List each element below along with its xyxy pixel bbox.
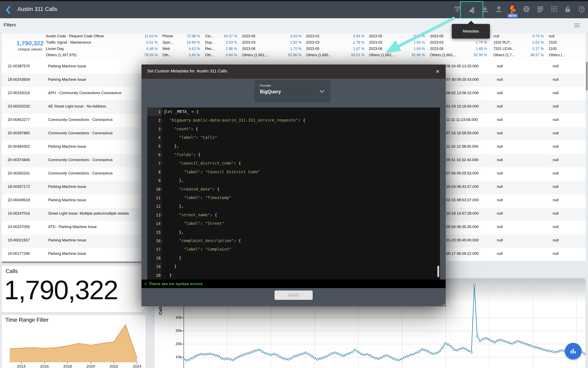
resize-corner-icon[interactable]	[141, 308, 144, 311]
time-range-filter-card[interactable]: Time Range Filter 2014201620182020202220…	[2, 315, 146, 368]
row-timestamp: 07-06 09:25:53.000	[446, 171, 489, 175]
filter-summary-category[interactable]: 2023-03	[306, 40, 319, 45]
filter-summary-category[interactable]: 2023-05	[306, 47, 319, 51]
ai-logo-icon[interactable]: AIBETA	[509, 6, 516, 14]
code-line[interactable]: 8 "label": "Council District Code"	[147, 168, 440, 176]
filter-summary-percent: 1.70 %	[267, 47, 302, 51]
fold-arrow-icon[interactable]: ▾	[161, 185, 163, 193]
fold-arrow-icon[interactable]: ▾	[161, 237, 163, 245]
filter-summary-category[interactable]: Austin Code - Request Code Officer	[46, 34, 104, 38]
filter-summary-category[interactable]: 2023-05	[430, 34, 444, 38]
row-id: 20-00464352	[8, 144, 44, 149]
navbar: Austin 311 Calls AIBETA?	[0, 1, 588, 18]
code-line[interactable]: 16▾ "complaint_description": {	[147, 237, 440, 245]
code-line[interactable]: 9 },	[147, 176, 440, 185]
hamburger-menu-icon[interactable]	[574, 23, 580, 28]
code-line[interactable]: 7▾ "council_district_code": {	[147, 159, 440, 167]
filter-summary-category[interactable]: 2023-03	[369, 40, 382, 45]
code-line[interactable]: 5 },	[147, 142, 440, 150]
filter-summary-category[interactable]: Traffic Signal - Maintenance	[46, 40, 91, 45]
checkmark-icon: ✓	[144, 281, 148, 286]
filter-summary-category[interactable]: 2023-06	[430, 47, 444, 51]
fold-arrow-icon[interactable]: ▾	[161, 150, 163, 159]
time-range-area-chart[interactable]	[2, 323, 146, 364]
code-text: "bigquery-public-data:austin_311.311_ser…	[162, 116, 305, 125]
code-line[interactable]: 14 "label": "Street"	[147, 219, 440, 228]
filter-summary-category[interactable]: 2023-05	[242, 34, 256, 38]
row-id: 20-00462277	[8, 118, 44, 122]
save-button[interactable]: SAVE	[275, 291, 313, 300]
help-icon[interactable]: ?	[578, 6, 585, 14]
code-line[interactable]: 6▾ "fields": {	[147, 150, 440, 159]
code-line[interactable]: 18 }	[147, 254, 440, 262]
row-null-2: null	[553, 171, 585, 175]
code-text: "count": {	[162, 125, 198, 133]
code-line[interactable]: 4 "label": "Calls"	[147, 133, 440, 142]
filter-summary-category[interactable]: 2023-05	[369, 34, 382, 38]
back-button[interactable]	[4, 6, 12, 14]
fold-arrow-icon[interactable]: ▾	[161, 116, 163, 125]
filter-summary-category[interactable]: Others (...	[549, 53, 565, 57]
lock-open-icon[interactable]	[564, 6, 571, 14]
filter-summary-category[interactable]: 2023-06	[369, 47, 382, 51]
row-null-1: null	[497, 91, 537, 95]
ai-logo-icon: AI	[509, 5, 516, 15]
code-line[interactable]: 17 "label": "Complaint"	[147, 245, 440, 254]
fold-arrow-icon[interactable]: ▾	[161, 159, 163, 167]
filter-lines-icon[interactable]	[454, 6, 461, 14]
code-line[interactable]: 3▾ "count": {	[147, 125, 440, 133]
close-icon[interactable]: ×	[433, 67, 442, 76]
filter-summary-percent: 5.51 %	[123, 40, 158, 45]
filter-summary-category[interactable]: 2023-06	[242, 47, 256, 51]
globe-icon[interactable]	[523, 6, 530, 14]
filter-summary-category[interactable]: null	[493, 34, 499, 38]
row-timestamp: 05-04 06:35:26.000	[446, 225, 489, 229]
x-axis-tick-label: 2022	[108, 364, 120, 368]
fold-arrow-icon[interactable]: ▾	[161, 108, 163, 116]
line-number: 13▾	[147, 211, 162, 219]
filter-summary-category[interactable]: 2023-03	[242, 40, 256, 45]
code-text: "label": "Timestamp"	[162, 193, 231, 202]
code-line[interactable]: 1▾let _META_ = {	[147, 108, 440, 116]
filter-summary-category[interactable]: Others (1,397,975)	[46, 53, 76, 57]
grid-dots-icon[interactable]	[551, 6, 558, 14]
filter-summary-category[interactable]: null	[549, 34, 554, 38]
code-text: },	[162, 142, 179, 150]
beta-badge: BETA	[508, 14, 518, 18]
code-line[interactable]: 13▾ "street_name": {	[147, 211, 440, 219]
filter-summary-category[interactable]: Others (1,662,...	[242, 53, 268, 57]
code-line[interactable]: 12 },	[147, 202, 440, 211]
row-null-2: null	[553, 251, 585, 256]
code-line[interactable]: 20 }	[147, 271, 440, 280]
code-line[interactable]: 19 }	[147, 262, 440, 271]
row-id: 20-00374845	[8, 158, 44, 162]
filter-summary-category[interactable]: Loose Dog	[46, 47, 64, 51]
y-axis-tick-label: 20k	[168, 342, 182, 346]
code-text: },	[162, 202, 184, 211]
upload-icon[interactable]	[495, 6, 502, 14]
filter-summary-category[interactable]: Others (1,665...	[306, 53, 331, 57]
filter-summary-percent: 93.01 %	[330, 53, 364, 57]
vertical-scrollbar[interactable]	[586, 62, 588, 90]
filter-summary-category[interactable]: 2023-03	[430, 40, 444, 45]
list-icon[interactable]	[537, 6, 544, 14]
code-line[interactable]: 15 },	[147, 228, 440, 237]
chart-type-fab-button[interactable]	[565, 343, 581, 359]
provider-dropdown[interactable]: Provider BigQuery	[254, 80, 330, 102]
filter-summary-percent: 1.86 %	[203, 47, 237, 51]
row-timestamp: 08-24 05:13:33.000	[446, 64, 489, 68]
filter-summary-category[interactable]: 1520	[549, 40, 557, 45]
row-complaint: APH - Community Connections Coronavirus	[48, 91, 142, 95]
fold-arrow-icon[interactable]: ▾	[161, 211, 163, 219]
code-line[interactable]: 10▾ "created_date": {	[147, 185, 440, 193]
filter-summary-row[interactable]: 1,790,322 Unique values Austin Code - Re…	[2, 33, 586, 60]
metadata-code-editor[interactable]: 1▾let _META_ = {2▾ "bigquery-public-data…	[147, 108, 440, 280]
modal-resize-handle[interactable]	[442, 302, 445, 306]
code-line[interactable]: 11 "label": "Timestamp"	[147, 193, 440, 202]
filter-summary-category[interactable]: 2023-02	[306, 34, 319, 38]
fold-arrow-icon[interactable]: ▾	[161, 125, 163, 133]
code-text: "street_name": {	[162, 211, 217, 219]
row-complaint: Community Connections - Coronavirus	[48, 118, 142, 122]
filter-summary-category[interactable]: 1100	[549, 47, 557, 51]
code-line[interactable]: 2▾ "bigquery-public-data:austin_311.311_…	[147, 116, 440, 125]
